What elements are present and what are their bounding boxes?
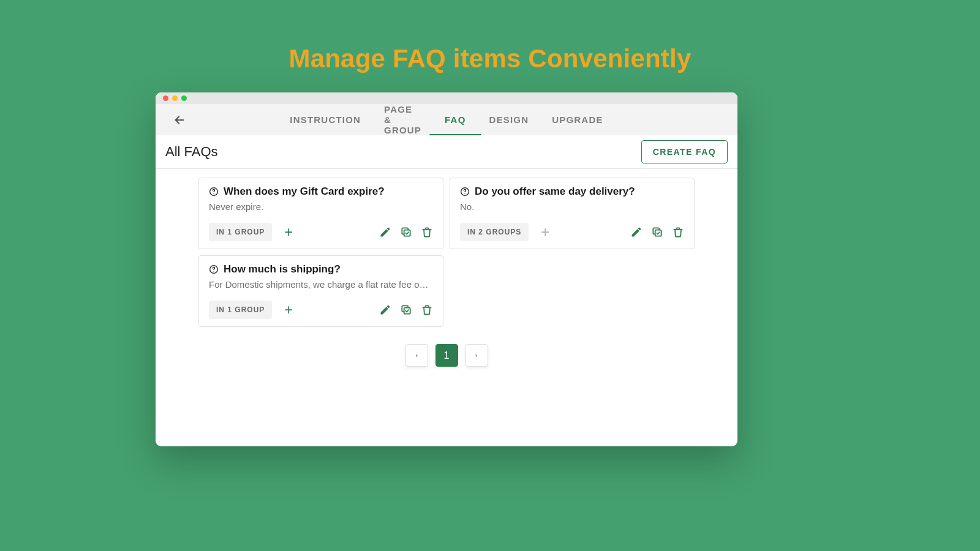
- svg-point-5: [464, 193, 465, 193]
- svg-point-9: [213, 271, 214, 271]
- tab-design[interactable]: DESIGN: [489, 104, 529, 135]
- faq-question-row: When does my Gift Card expire?: [209, 186, 433, 198]
- create-faq-button[interactable]: CREATE FAQ: [641, 140, 728, 163]
- window-titlebar: [156, 92, 737, 104]
- tab-page-group[interactable]: PAGE & GROUP: [384, 104, 421, 135]
- add-to-group-button[interactable]: +: [284, 223, 293, 241]
- tab-upgrade[interactable]: UPGRADE: [552, 104, 603, 135]
- faq-question: Do you offer same day delivery?: [475, 186, 635, 198]
- faq-list: When does my Gift Card expire? Never exp…: [198, 178, 695, 327]
- add-to-group-button[interactable]: +: [284, 301, 293, 318]
- top-nav: INSTRUCTION PAGE & GROUP FAQ DESIGN UPGR…: [156, 104, 737, 135]
- delete-button[interactable]: [421, 304, 433, 316]
- app-window: INSTRUCTION PAGE & GROUP FAQ DESIGN UPGR…: [156, 92, 737, 446]
- page-1-button[interactable]: 1: [435, 344, 458, 367]
- faq-actions: IN 1 GROUP +: [209, 223, 433, 241]
- question-icon: [460, 187, 470, 197]
- question-icon: [209, 187, 219, 197]
- group-chip[interactable]: IN 1 GROUP: [209, 301, 272, 319]
- delete-button[interactable]: [672, 226, 684, 238]
- faq-question-row: How much is shipping?: [209, 263, 433, 276]
- faq-actions: IN 2 GROUPS +: [460, 223, 684, 241]
- edit-button[interactable]: [379, 304, 391, 316]
- prev-page-button[interactable]: [405, 344, 428, 367]
- faq-answer: For Domestic shipments, we charge a flat…: [209, 279, 433, 290]
- edit-button[interactable]: [630, 226, 643, 238]
- faq-question-row: Do you offer same day delivery?: [460, 186, 684, 198]
- tab-bar: INSTRUCTION PAGE & GROUP FAQ DESIGN UPGR…: [290, 104, 603, 135]
- maximize-icon[interactable]: [181, 96, 187, 101]
- duplicate-button[interactable]: [651, 226, 663, 238]
- minimize-icon[interactable]: [172, 96, 178, 101]
- pagination: 1: [198, 344, 695, 367]
- subheader: All FAQs CREATE FAQ: [156, 135, 737, 169]
- add-to-group-button: +: [541, 223, 549, 241]
- faq-answer: No.: [460, 201, 684, 212]
- group-chip[interactable]: IN 2 GROUPS: [460, 223, 529, 241]
- page-title: All FAQs: [165, 144, 218, 160]
- group-chip[interactable]: IN 1 GROUP: [209, 223, 272, 241]
- content-area: When does my Gift Card expire? Never exp…: [156, 169, 737, 379]
- faq-question: How much is shipping?: [224, 263, 341, 276]
- faq-actions: IN 1 GROUP +: [209, 301, 433, 319]
- hero-title: Manage FAQ items Conveniently: [0, 0, 980, 73]
- close-icon[interactable]: [163, 96, 168, 101]
- duplicate-button[interactable]: [400, 226, 412, 238]
- delete-button[interactable]: [421, 226, 433, 238]
- faq-question: When does my Gift Card expire?: [224, 186, 385, 198]
- question-icon: [209, 264, 219, 274]
- next-page-button[interactable]: [466, 344, 488, 367]
- tab-instruction[interactable]: INSTRUCTION: [290, 104, 361, 135]
- chevron-left-icon: [413, 353, 420, 359]
- tab-faq[interactable]: FAQ: [445, 104, 466, 135]
- edit-button[interactable]: [379, 226, 391, 238]
- faq-card: When does my Gift Card expire? Never exp…: [198, 178, 443, 249]
- faq-card: How much is shipping? For Domestic shipm…: [198, 255, 443, 327]
- svg-point-1: [213, 193, 214, 193]
- faq-card: Do you offer same day delivery? No. IN 2…: [450, 178, 695, 249]
- duplicate-button[interactable]: [400, 304, 412, 316]
- faq-answer: Never expire.: [209, 201, 433, 212]
- back-button[interactable]: [173, 113, 186, 127]
- chevron-right-icon: [473, 353, 480, 359]
